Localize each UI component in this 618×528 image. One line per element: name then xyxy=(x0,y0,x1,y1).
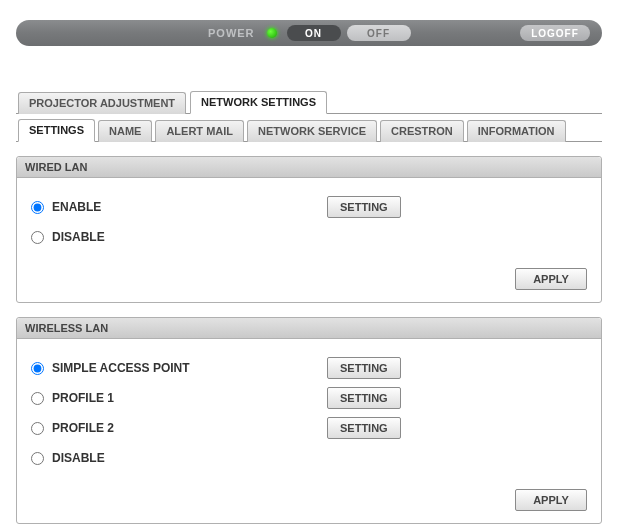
wired-enable-radio[interactable] xyxy=(31,201,44,214)
wireless-apply-button[interactable]: APPLY xyxy=(515,489,587,511)
wireless-simpleap-radio[interactable] xyxy=(31,362,44,375)
wireless-simpleap-option[interactable]: SIMPLE ACCESS POINT xyxy=(31,361,190,375)
power-label: POWER xyxy=(208,27,255,39)
wireless-lan-title: WIRELESS LAN xyxy=(17,318,601,339)
subtab-information[interactable]: INFORMATION xyxy=(467,120,566,142)
wireless-profile1-setting-button[interactable]: SETTING xyxy=(327,387,401,409)
subtab-crestron[interactable]: CRESTRON xyxy=(380,120,464,142)
wireless-disable-radio[interactable] xyxy=(31,452,44,465)
subtab-name[interactable]: NAME xyxy=(98,120,152,142)
wired-setting-button[interactable]: SETTING xyxy=(327,196,401,218)
power-bar: POWER ON OFF LOGOFF xyxy=(16,20,602,46)
tab-projector-adjustment[interactable]: PROJECTOR ADJUSTMENT xyxy=(18,92,186,114)
tab-network-settings[interactable]: NETWORK SETTINGS xyxy=(190,91,327,114)
wired-disable-radio[interactable] xyxy=(31,231,44,244)
wireless-disable-option[interactable]: DISABLE xyxy=(31,451,105,465)
power-off-button[interactable]: OFF xyxy=(347,25,411,41)
subtab-network-service[interactable]: NETWORK SERVICE xyxy=(247,120,377,142)
wireless-profile2-label: PROFILE 2 xyxy=(52,421,114,435)
main-tab-row: PROJECTOR ADJUSTMENT NETWORK SETTINGS xyxy=(16,90,602,114)
wired-disable-label: DISABLE xyxy=(52,230,105,244)
subtab-alert-mail[interactable]: ALERT MAIL xyxy=(155,120,244,142)
wireless-profile1-label: PROFILE 1 xyxy=(52,391,114,405)
wireless-simpleap-label: SIMPLE ACCESS POINT xyxy=(52,361,190,375)
wireless-profile2-radio[interactable] xyxy=(31,422,44,435)
logoff-button[interactable]: LOGOFF xyxy=(520,25,590,41)
wired-lan-title: WIRED LAN xyxy=(17,157,601,178)
wireless-simpleap-setting-button[interactable]: SETTING xyxy=(327,357,401,379)
wired-disable-option[interactable]: DISABLE xyxy=(31,230,105,244)
power-led-icon xyxy=(267,28,277,38)
wireless-disable-label: DISABLE xyxy=(52,451,105,465)
wireless-profile1-option[interactable]: PROFILE 1 xyxy=(31,391,114,405)
subtab-settings[interactable]: SETTINGS xyxy=(18,119,95,142)
wireless-profile2-setting-button[interactable]: SETTING xyxy=(327,417,401,439)
wireless-profile1-radio[interactable] xyxy=(31,392,44,405)
power-on-button[interactable]: ON xyxy=(287,25,341,41)
wired-enable-label: ENABLE xyxy=(52,200,101,214)
wired-lan-panel: WIRED LAN ENABLE SETTING DISABLE APPLY xyxy=(16,156,602,303)
sub-tab-row: SETTINGS NAME ALERT MAIL NETWORK SERVICE… xyxy=(16,118,602,142)
wired-apply-button[interactable]: APPLY xyxy=(515,268,587,290)
wireless-profile2-option[interactable]: PROFILE 2 xyxy=(31,421,114,435)
wired-enable-option[interactable]: ENABLE xyxy=(31,200,101,214)
wireless-lan-panel: WIRELESS LAN SIMPLE ACCESS POINT SETTING… xyxy=(16,317,602,524)
